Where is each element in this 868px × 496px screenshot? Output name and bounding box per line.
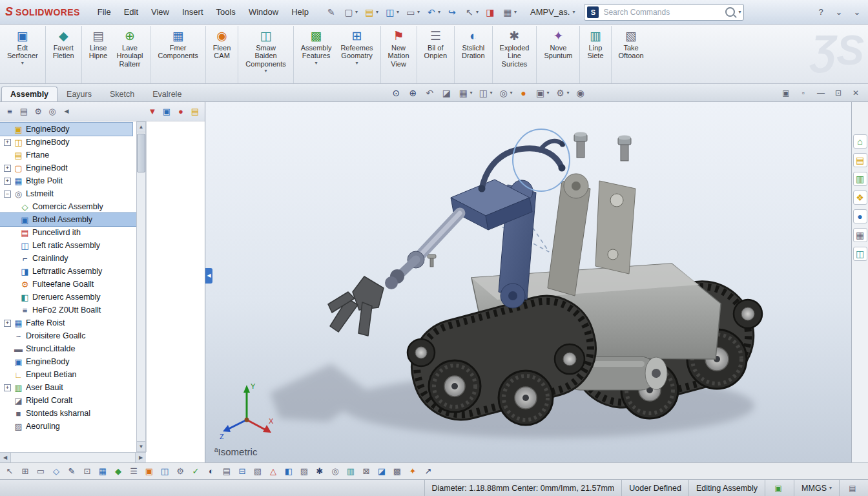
quick-tool-button[interactable]: ▤ ▾ — [362, 5, 380, 19]
assembly-tool-icon[interactable]: ✎ — [66, 466, 78, 477]
tree-item[interactable]: ▣ EngineBody — [0, 355, 132, 368]
quick-tool-button[interactable]: ▦ ▾ — [500, 5, 519, 19]
tree-horizontal-scrollbar[interactable]: ◀ ▶ — [0, 452, 146, 462]
window-control-icon[interactable]: ▫ — [798, 87, 809, 99]
chevron-down-icon[interactable]: ▾ — [315, 61, 318, 66]
tree-item[interactable]: ◪ Ripeld Coralt — [0, 394, 132, 407]
tree-item[interactable]: ∟ Enpeut Betian — [0, 368, 132, 381]
chevron-down-icon[interactable]: ▾ — [417, 10, 420, 15]
assembly-tool-icon[interactable]: ▣ — [143, 466, 155, 477]
window-control-icon[interactable]: — — [815, 87, 827, 99]
quick-tool-button[interactable]: ◫ ▾ — [382, 5, 401, 19]
ribbon-button[interactable]: ▧ Take Oftoaon — [614, 26, 648, 83]
view-tool-button[interactable]: ↶ — [424, 87, 435, 99]
expand-toggle-icon[interactable] — [10, 268, 17, 275]
commandmanager-tab[interactable]: Eayurs — [57, 87, 101, 101]
sketch-circle[interactable] — [513, 129, 570, 191]
panel-tool-icon[interactable]: ▣ — [161, 106, 172, 118]
assembly-tool-icon[interactable]: ↖ — [4, 466, 16, 477]
expand-toggle-icon[interactable] — [10, 203, 17, 211]
chevron-down-icon[interactable]: ▾ — [567, 90, 570, 96]
search-input[interactable] — [602, 7, 722, 17]
tree-item[interactable]: ■ Stonteds ksharnal — [0, 407, 132, 420]
task-pane-tab[interactable]: ▥ — [853, 172, 867, 186]
task-pane-tab[interactable]: ▤ — [853, 153, 867, 167]
assembly-tool-icon[interactable]: ↗ — [422, 466, 434, 477]
tree-item[interactable]: ▬ StruncLittalde — [0, 342, 132, 355]
assembly-tool-icon[interactable]: ⊡ — [81, 466, 93, 477]
task-pane-tab[interactable]: ❖ — [853, 191, 867, 205]
assembly-tool-icon[interactable]: ▭ — [35, 466, 46, 477]
view-tool-button[interactable]: ▣ ▾ — [535, 87, 550, 99]
quick-tool-button[interactable]: ◨ — [482, 5, 498, 19]
quick-tool-button[interactable]: ↪ — [444, 5, 460, 19]
tree-item[interactable]: ▤ Frtane — [0, 149, 132, 161]
ribbon-button[interactable]: ▩ Assembly Features ▾ — [296, 26, 336, 83]
assembly-tool-icon[interactable]: ✓ — [190, 466, 202, 477]
panel-tab-icon[interactable]: ▤ — [18, 106, 30, 118]
assembly-tool-icon[interactable]: ▩ — [391, 466, 403, 477]
chevron-down-icon[interactable]: ▾ — [829, 486, 832, 491]
assembly-tool-icon[interactable]: ▥ — [345, 466, 356, 477]
view-tool-button[interactable]: ◉ — [575, 87, 586, 99]
tree-item[interactable]: ⚙ Fulteefane Goallt — [0, 278, 132, 291]
ribbon-button[interactable]: ☰ Bil of Onpien — [420, 26, 455, 83]
commandmanager-tab[interactable]: Assembly — [1, 87, 57, 101]
chevron-down-icon[interactable]: ▾ — [572, 10, 575, 15]
assembly-tool-icon[interactable]: ⊞ — [19, 466, 31, 477]
assembly-tool-icon[interactable]: ▦ — [97, 466, 108, 477]
menubar-right-icon[interactable]: ? — [815, 6, 827, 18]
quick-tool-button[interactable]: ↶ ▾ — [424, 5, 442, 19]
quick-tool-button[interactable]: ▢ ▾ — [341, 5, 360, 19]
expand-toggle-icon[interactable]: − — [4, 191, 11, 198]
front-idler-wheel[interactable] — [408, 339, 435, 366]
tree-item[interactable]: ~ Droisitere Goallc — [0, 329, 132, 342]
expand-toggle-icon[interactable]: + — [4, 165, 11, 172]
quick-tool-button[interactable]: ✎ — [324, 5, 339, 19]
tree-item[interactable]: + ▦ Btgte Polit — [0, 174, 132, 187]
chevron-down-icon[interactable]: ▾ — [476, 10, 479, 15]
ribbon-button[interactable]: ▦ Fmer Components — [153, 26, 205, 83]
scroll-right-icon[interactable]: ▶ — [135, 453, 146, 462]
menu-item[interactable]: Edit — [118, 5, 144, 19]
expand-toggle-icon[interactable]: + — [4, 320, 11, 327]
ribbon-button[interactable]: ✦ Nove Spuntum — [539, 26, 580, 83]
front-wheel[interactable] — [429, 360, 480, 412]
expand-toggle-icon[interactable]: + — [4, 178, 11, 185]
graphics-viewport[interactable]: ◀ — [205, 102, 851, 462]
gripper-claw[interactable] — [328, 276, 384, 336]
view-tool-button[interactable]: ◪ — [440, 87, 452, 99]
panel-splitter-collapse-icon[interactable]: ◀ — [205, 268, 212, 284]
tree-item[interactable]: ◫ Left ratic Assembly — [0, 239, 132, 252]
ribbon-button[interactable]: ▥ Linp Siete — [583, 26, 611, 83]
expand-toggle-icon[interactable] — [10, 307, 17, 314]
panel-collapse-icon[interactable]: ◀ — [61, 106, 72, 118]
chevron-down-icon[interactable]: ▾ — [397, 10, 399, 15]
panel-tool-icon[interactable]: ▤ — [189, 106, 201, 118]
assembly-tool-icon[interactable]: ☰ — [128, 466, 140, 477]
assembly-tool-icon[interactable]: ▨ — [298, 466, 310, 477]
expand-toggle-icon[interactable] — [10, 242, 17, 249]
ribbon-button[interactable]: ◉ Fleen CAM — [209, 26, 239, 83]
expand-toggle-icon[interactable] — [10, 216, 17, 223]
chevron-down-icon[interactable]: ▾ — [514, 10, 517, 15]
chevron-down-icon[interactable]: ▾ — [738, 10, 741, 15]
view-tool-button[interactable]: ● — [518, 87, 530, 99]
assembly-tool-icon[interactable]: ✱ — [314, 466, 326, 477]
ribbon-button[interactable]: ◐ Stslichl Dration — [457, 26, 492, 83]
window-control-icon[interactable]: ▣ — [780, 87, 792, 99]
chevron-down-icon[interactable]: ▾ — [470, 90, 472, 96]
chevron-down-icon[interactable]: ▾ — [355, 10, 358, 15]
scrollbar-thumb[interactable] — [137, 134, 145, 172]
tree-item[interactable]: ≡ HeFo2 Z0Utt Boallt — [0, 304, 132, 316]
expand-toggle-icon[interactable] — [4, 126, 11, 133]
panel-tool-icon[interactable]: ● — [175, 106, 187, 118]
robot-model[interactable] — [205, 102, 851, 462]
chevron-down-icon[interactable]: ▾ — [510, 90, 512, 96]
front-idler-wheel[interactable] — [555, 344, 584, 374]
chevron-down-icon[interactable]: ▾ — [438, 10, 440, 15]
chevron-down-icon[interactable]: ▾ — [547, 90, 550, 96]
expand-toggle-icon[interactable] — [4, 152, 11, 159]
assembly-tool-icon[interactable]: ◆ — [112, 466, 124, 477]
expand-toggle-icon[interactable] — [4, 346, 11, 353]
